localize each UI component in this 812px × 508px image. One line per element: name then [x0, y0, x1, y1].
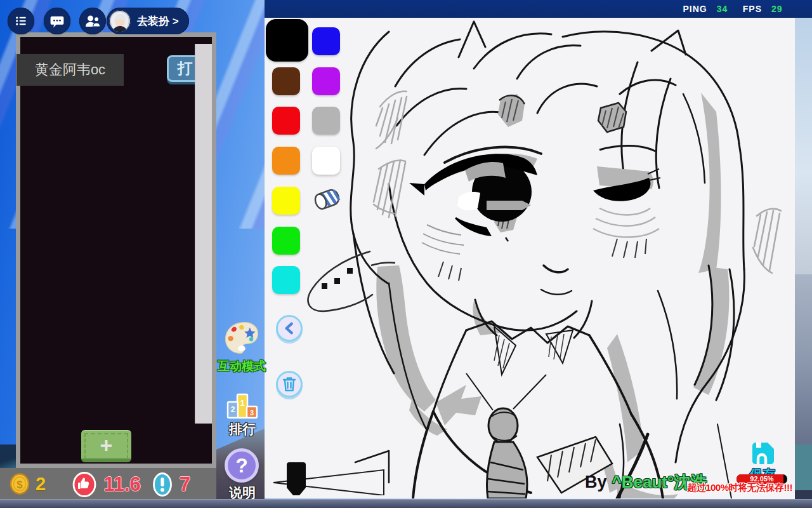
chat-bubble-icon	[49, 13, 65, 29]
help-button[interactable]: ?	[225, 448, 259, 483]
podium-second: 2	[231, 405, 235, 414]
chat-button[interactable]	[44, 8, 70, 34]
brush-size-wedge	[268, 444, 395, 495]
color-swatch-yellow[interactable]	[272, 187, 300, 215]
eraser-button[interactable]	[309, 184, 344, 215]
interactive-mode-button[interactable]	[223, 319, 260, 356]
room-panel	[16, 32, 216, 468]
question-mark-icon: ?	[235, 454, 248, 478]
color-swatch-black[interactable]	[266, 19, 308, 62]
color-swatch-green[interactable]	[272, 227, 300, 255]
palette-icon	[223, 319, 260, 356]
coins-value: 2	[36, 474, 46, 495]
coin-icon: $	[10, 473, 30, 495]
artwork-sketch[interactable]	[265, 18, 795, 498]
ranking-podium-icon: 1 2 3	[226, 392, 258, 421]
back-chevron-icon	[281, 320, 298, 337]
slider-handle	[287, 462, 306, 495]
byline-prefix: By	[585, 472, 607, 492]
trash-icon	[282, 376, 297, 392]
fps-label: FPS	[743, 4, 762, 14]
app-stage: PING 34 FPS 29	[0, 0, 812, 508]
color-swatch-brown[interactable]	[272, 67, 300, 95]
wallpaper-sky-right	[795, 18, 812, 274]
podium-third: 3	[250, 409, 254, 417]
color-swatch-cyan[interactable]	[272, 266, 300, 294]
panel-scrollbar[interactable]	[195, 44, 212, 424]
likes-icon	[72, 472, 96, 497]
avatar	[108, 10, 131, 32]
stats-bar: $ 2 11.6 7	[0, 468, 216, 500]
clear-canvas-button[interactable]	[276, 371, 303, 398]
color-swatch-gray[interactable]	[312, 107, 340, 135]
add-button[interactable]: +	[81, 430, 131, 462]
ping-value: 34	[717, 4, 733, 14]
wallpaper-teal-corner	[795, 444, 812, 490]
list-menu-icon	[13, 13, 29, 29]
menu-button[interactable]	[8, 8, 34, 34]
wallpaper-mountain-right	[795, 274, 812, 444]
fps-value: 29	[771, 4, 788, 14]
taskbar	[0, 499, 812, 508]
podium-first: 1	[240, 398, 244, 408]
room-title: 黄金阿韦oc	[16, 54, 124, 86]
coin-symbol: $	[16, 479, 23, 491]
color-swatch-purple[interactable]	[312, 67, 340, 95]
color-swatch-orange[interactable]	[272, 147, 300, 175]
dressup-button[interactable]: 去装扮 >	[107, 8, 189, 34]
eraser-icon	[309, 184, 344, 215]
color-swatch-white[interactable]	[312, 147, 340, 175]
likes-value: 11.6	[103, 473, 141, 496]
alerts-icon	[152, 472, 173, 497]
ranking-button[interactable]: 1 2 3	[226, 392, 258, 421]
brush-size-slider[interactable]	[268, 444, 395, 495]
undo-button[interactable]	[276, 315, 303, 342]
ping-label: PING	[683, 4, 707, 14]
color-swatch-red[interactable]	[272, 107, 300, 135]
alerts-value: 7	[180, 473, 190, 496]
friends-button[interactable]	[79, 8, 106, 34]
color-swatch-blue[interactable]	[312, 27, 340, 55]
people-icon	[84, 13, 102, 29]
hud-bar: PING 34 FPS 29	[265, 0, 812, 18]
save-floppy-icon	[749, 441, 776, 466]
dressup-label: 去装扮 >	[137, 14, 179, 29]
drawing-canvas[interactable]: By ^Beaut°沈浩 保存 92.05% 超过100%时将无法保存!!!	[265, 18, 795, 498]
save-warning-text: 超过100%时将无法保存!!!	[658, 482, 792, 494]
interactive-mode-label[interactable]: 互动模式	[214, 358, 269, 375]
ranking-label[interactable]: 排行	[223, 420, 261, 438]
